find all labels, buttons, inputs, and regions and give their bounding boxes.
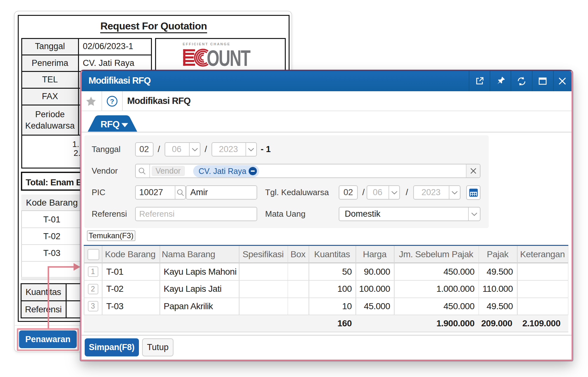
svg-text:?: ?	[110, 98, 114, 105]
svg-text:RFQ: RFQ	[101, 119, 120, 129]
svg-text:OUNT: OUNT	[207, 48, 251, 68]
